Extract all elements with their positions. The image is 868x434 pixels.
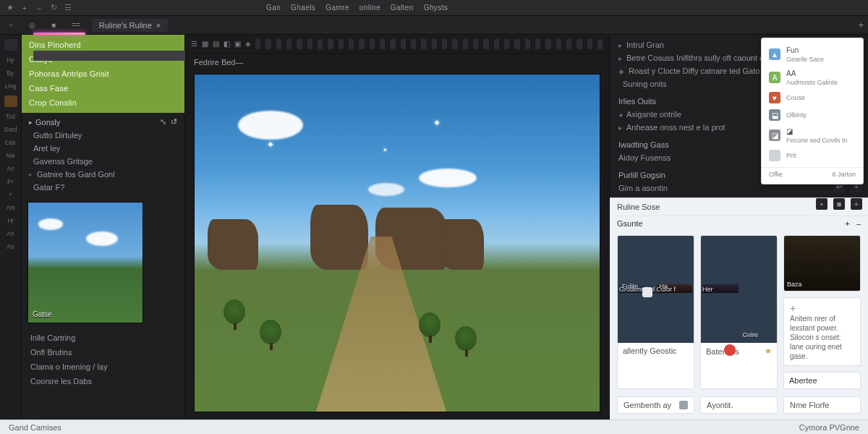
list-item[interactable]: Coorsre les Dabs [30,377,176,386]
viewport-3d[interactable]: ✦ ✦ ✦ [194,74,600,412]
toolbar-icon[interactable]: ◧ [224,39,230,49]
square-icon[interactable]: ■ [833,198,845,210]
toolbar-icon[interactable] [411,39,416,49]
project-item[interactable]: Cass Fase [29,84,177,93]
star-icon[interactable]: ★ [765,346,772,356]
asset-footer-cell[interactable]: Ayontit. [700,396,778,414]
refresh-icon[interactable]: ↺ [171,117,177,127]
rail-label[interactable]: + [9,191,12,198]
list-item[interactable]: Onfl Brutins [30,348,176,357]
close-icon[interactable]: × [156,21,161,30]
toolbar-icon[interactable] [359,39,364,49]
palette-item[interactable]: ⬓Olbinty [762,106,863,124]
toolbar-icon[interactable] [297,39,302,49]
toolbar-icon[interactable] [494,39,499,49]
toolbar-icon[interactable] [390,39,395,49]
add-tab-button[interactable]: + [858,20,864,30]
toolbar-icon[interactable] [587,39,592,49]
project-item[interactable]: Pohoras Antrips Grisit [29,69,177,78]
toolbar-icon[interactable] [255,39,260,49]
rail-label[interactable]: An [7,165,14,172]
rail-label[interactable]: 4+ [7,178,14,185]
toolbar-icon[interactable]: ▤ [213,39,219,49]
toolbar-icon[interactable] [535,39,540,49]
palette-item[interactable]: ▲FunGearile Sace [762,43,863,66]
asset-card[interactable]: GrodenstindFulite Culor fHa allently Geo… [617,235,694,389]
asset-card[interactable]: Baza [783,235,861,292]
toolbar-icon[interactable] [525,39,530,49]
plus-icon[interactable]: + [851,198,862,210]
palette-item[interactable]: Prit [762,147,863,164]
menu-item[interactable]: Galten [391,4,414,12]
palette-item[interactable]: ♥Couse [762,89,863,106]
menu-item[interactable]: Ghysts [424,4,448,12]
toolbar-icon[interactable]: ▦ [202,39,208,49]
menubar-icon[interactable]: ☰ [64,4,72,12]
rail-label[interactable]: By [7,69,14,77]
rail-label[interactable]: An [7,230,14,237]
tree-node[interactable]: Gutto Dirtuley [29,131,177,140]
rail-label[interactable]: Cas [5,139,15,146]
rail-label[interactable]: Ling [5,82,16,90]
toolbar-icon[interactable] [265,39,271,49]
expand-icon[interactable]: ⤡ [160,117,166,127]
open-tab[interactable]: Ruline's Ruline × [92,19,168,32]
asset-footer-cell[interactable]: Nme Florfe [783,396,861,414]
palette-item[interactable]: AAAAudmosts Galinte [762,66,863,89]
toolbar-icon[interactable] [463,39,468,49]
rail-label[interactable]: As [7,243,14,250]
palette-item[interactable]: ◪◪Fecone sed Govils In [762,124,863,147]
toolbar-icon[interactable] [576,39,582,49]
rail-label[interactable]: Tod [6,113,15,120]
menubar-icon[interactable]: – [35,4,43,12]
menubar-icon[interactable]: ↻ [49,4,58,12]
toolbar-icon[interactable] [432,39,437,49]
toolbar-icon[interactable] [514,39,519,49]
remove-asset-button[interactable]: – [856,219,861,228]
list-item[interactable]: Clama o Imening / lay [30,362,176,371]
toolbar-icon[interactable]: ◈ [245,39,251,49]
project-item[interactable]: Dins Pinoherd [29,41,177,49]
scene-preview[interactable]: Gatse [27,202,143,323]
rail-label[interactable]: Am [6,204,14,211]
menubar-icon[interactable]: ★ [6,4,14,12]
toolbar-icon[interactable] [339,39,344,49]
menu-item[interactable]: online [359,4,380,12]
project-item[interactable]: Crop Conslin [29,98,177,107]
toolbar-icon[interactable] [318,39,323,49]
tree-node[interactable]: Gatar F? [29,183,177,192]
toolbar-icon[interactable] [483,39,488,49]
rail-label[interactable]: Hr [7,217,14,224]
toolbar-icon[interactable] [452,39,457,49]
toolbar-icon[interactable] [276,39,281,49]
toolbar-icon[interactable] [545,39,550,49]
list-item[interactable]: Inlle Cartring [30,333,176,342]
rail-label[interactable]: Nie [6,152,14,159]
toolbar-icon[interactable] [442,39,447,49]
toolbar-icon[interactable] [566,39,571,49]
toolbar-icon[interactable] [597,39,603,49]
menu-item[interactable]: Ghaels [291,4,315,12]
tree-node[interactable]: ▸Gatnire fos Gard Gonl [29,170,177,179]
tree-node[interactable]: Aret ley [29,144,177,153]
toolbar-icon[interactable]: ▣ [234,39,241,49]
toolbar-icon[interactable] [473,39,478,49]
asset-footer-cell[interactable]: Gembenth ay [617,396,694,414]
add-icon[interactable]: + [790,302,854,314]
asset-text-card[interactable]: + Anitem nrer of lexstant power. Silocon… [783,297,861,366]
asset-card[interactable]: Her Gvire Batentios★ [700,235,778,389]
toolbar-icon[interactable] [307,39,312,49]
rail-icon[interactable] [4,39,17,51]
menu-item[interactable]: Gan [266,4,281,12]
add-asset-button[interactable]: + [845,219,849,228]
toolbar-icon[interactable] [349,39,354,49]
toolbar-icon[interactable] [328,39,333,49]
toolbar-icon[interactable] [286,39,292,49]
toolbar-icon[interactable] [421,39,426,49]
rail-label[interactable]: Dard [4,126,17,133]
toolbar-icon[interactable]: ☰ [191,39,197,49]
toolbar-icon[interactable] [380,39,385,49]
tree-node[interactable]: Gavenss Gritsge [29,157,177,166]
menubar-icon[interactable]: + [20,4,29,12]
toolbar-icon[interactable] [556,39,561,49]
